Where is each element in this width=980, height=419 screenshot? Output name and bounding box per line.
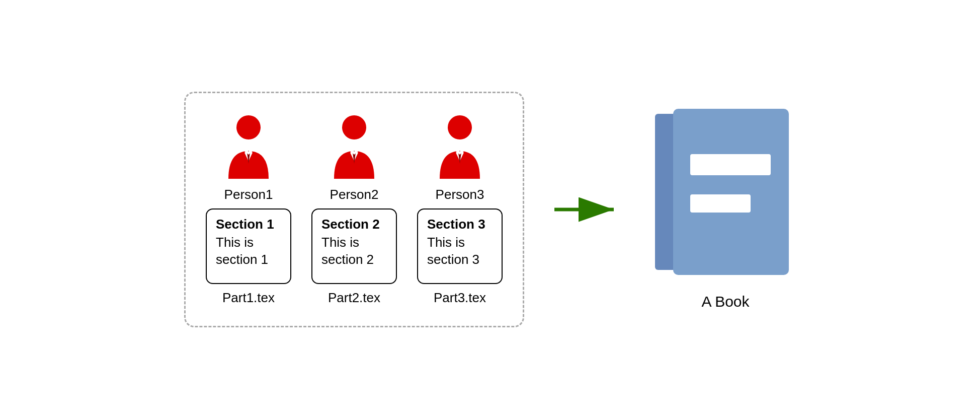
person2-section-title: Section 2 [321, 217, 387, 232]
person1-name: Person1 [224, 187, 273, 202]
person3-section-title: Section 3 [427, 217, 493, 232]
person2-section-box: Section 2 This is section 2 [311, 208, 397, 284]
svg-rect-8 [690, 194, 751, 213]
person2-section-content: This is section 2 [321, 234, 387, 268]
person2-icon [324, 113, 384, 181]
person1-section-box: Section 1 This is section 1 [206, 208, 291, 284]
person1-section-title: Section 1 [216, 217, 281, 232]
svg-rect-6 [673, 109, 789, 275]
svg-rect-7 [690, 154, 771, 175]
svg-point-2 [448, 115, 472, 139]
book-label: A Book [701, 293, 749, 310]
person3-file: Part3.tex [434, 290, 486, 306]
person1-icon [218, 113, 279, 181]
person1-section-content: This is section 1 [216, 234, 281, 268]
person3-column: Person3 Section 3 This is section 3 Part… [417, 113, 503, 306]
person3-section-content: This is section 3 [427, 234, 493, 268]
main-diagram: Person1 Section 1 This is section 1 Part… [184, 92, 796, 327]
people-container: Person1 Section 1 This is section 1 Part… [184, 92, 524, 327]
arrow-container [554, 197, 625, 222]
person3-name: Person3 [436, 187, 484, 202]
person3-icon [430, 113, 490, 181]
person1-file: Part1.tex [222, 290, 275, 306]
right-arrow-icon [554, 197, 625, 222]
person3-section-box: Section 3 This is section 3 [417, 208, 503, 284]
person2-column: Person2 Section 2 This is section 2 Part… [311, 113, 397, 306]
svg-rect-5 [655, 114, 676, 270]
book-icon [655, 109, 796, 280]
book-container: A Book [655, 109, 796, 310]
svg-point-1 [342, 115, 366, 139]
person2-file: Part2.tex [328, 290, 380, 306]
person2-name: Person2 [330, 187, 379, 202]
person1-column: Person1 Section 1 This is section 1 Part… [206, 113, 291, 306]
svg-point-0 [236, 115, 261, 139]
